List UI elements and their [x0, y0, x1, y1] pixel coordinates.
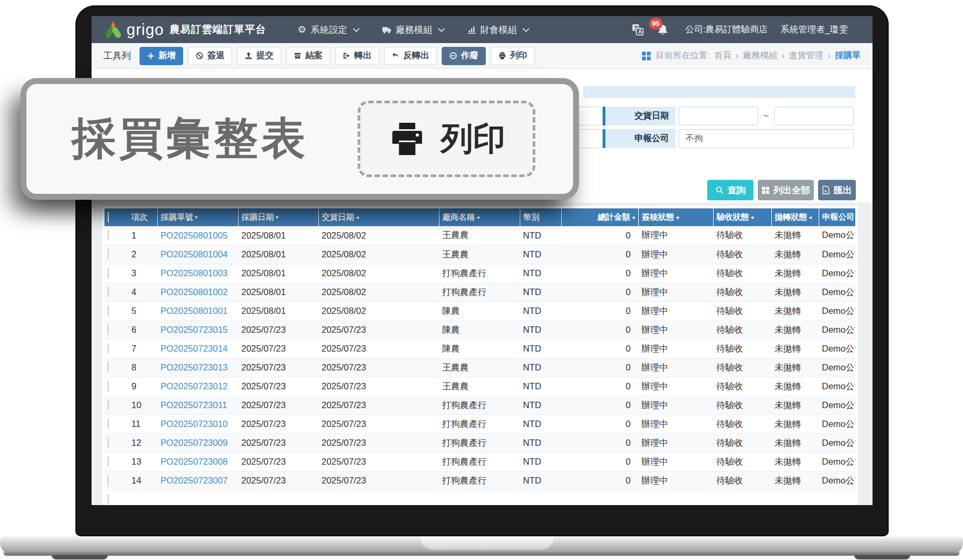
- laptop-foot: [52, 555, 108, 559]
- laptop-base-edge: [3, 552, 960, 556]
- row-checkbox[interactable]: [108, 249, 109, 260]
- row-checkbox[interactable]: [108, 324, 109, 335]
- purchase-date: 2025/08/01: [238, 283, 318, 302]
- list-all-button[interactable]: 列出全部: [758, 180, 814, 200]
- transfer-status: 未拋轉: [771, 264, 819, 283]
- chevron-down-icon: [438, 25, 445, 32]
- row-checkbox[interactable]: [108, 418, 109, 429]
- row-index: 9: [128, 377, 157, 396]
- po-number-link[interactable]: PO20250723014: [160, 344, 228, 353]
- po-number-link[interactable]: PO20250723015: [160, 325, 228, 334]
- total-amount: 0: [561, 415, 638, 433]
- column-header[interactable]: 交貨日期◂: [318, 208, 439, 226]
- po-number-link[interactable]: PO20250801005: [160, 230, 228, 240]
- row-checkbox[interactable]: [108, 475, 109, 486]
- breadcrumb-home[interactable]: 首頁: [714, 50, 731, 61]
- column-header[interactable]: 簽核狀態◂: [638, 208, 713, 226]
- table-row: 6 PO20250723015 2025/07/23 2025/07/23 陳農…: [104, 320, 855, 339]
- row-checkbox[interactable]: [108, 456, 109, 467]
- brand-logo[interactable]: grigo 農易訂雲端訂單平台: [103, 20, 267, 39]
- acceptance-status: 待驗收: [713, 339, 771, 358]
- po-number-link[interactable]: PO20250723010: [160, 419, 228, 429]
- reverse-transfer-button[interactable]: 反轉出: [384, 47, 437, 65]
- menu-finance-module[interactable]: 財會模組: [467, 24, 527, 36]
- row-checkbox[interactable]: [108, 230, 109, 241]
- delivery-date-to-input[interactable]: [774, 107, 854, 125]
- transfer-out-button[interactable]: 轉出: [335, 47, 379, 65]
- row-index: 6: [128, 320, 157, 339]
- row-checkbox[interactable]: [108, 494, 109, 505]
- po-number-link[interactable]: PO20250723012: [160, 381, 228, 391]
- vendor-name: 王農農: [439, 226, 520, 245]
- query-button[interactable]: 查詢: [707, 180, 753, 200]
- column-header[interactable]: 採購單號▾: [157, 208, 238, 226]
- void-button[interactable]: 作廢: [442, 47, 486, 65]
- acceptance-status: [713, 490, 771, 505]
- menu-factory-module[interactable]: 廠務模組: [382, 24, 443, 36]
- currency: NTD: [520, 264, 561, 283]
- po-number-link[interactable]: PO20250723008: [160, 457, 228, 466]
- notifications-bell[interactable]: 95: [657, 24, 669, 36]
- po-number-link[interactable]: PO20250723007: [160, 475, 228, 485]
- po-number-link[interactable]: PO20250723011: [160, 400, 227, 410]
- column-header[interactable]: 拋轉狀態◂: [771, 208, 819, 226]
- row-checkbox[interactable]: [108, 343, 109, 354]
- export-button[interactable]: x 匯出: [818, 180, 856, 200]
- column-header[interactable]: 廠商名稱◂: [439, 208, 520, 226]
- select-all-checkbox[interactable]: [108, 212, 109, 222]
- row-checkbox[interactable]: [108, 362, 109, 373]
- delivery-date: 2025/07/23: [318, 433, 439, 452]
- delivery-date-from-input[interactable]: [679, 107, 758, 125]
- total-amount: 0: [561, 264, 638, 283]
- po-number-link[interactable]: PO20250801003: [160, 268, 228, 278]
- report-company-input[interactable]: 不拘: [679, 129, 854, 148]
- row-checkbox[interactable]: [108, 437, 109, 448]
- po-number-link[interactable]: PO20250801001: [160, 306, 228, 316]
- print-callout-button[interactable]: 列印: [358, 101, 535, 177]
- row-checkbox[interactable]: [108, 268, 109, 278]
- svg-text:A: A: [638, 29, 643, 34]
- total-amount: 0: [561, 433, 638, 452]
- select-all-header[interactable]: [104, 208, 128, 226]
- row-checkbox[interactable]: [108, 400, 109, 410]
- row-checkbox[interactable]: [108, 286, 109, 297]
- po-number-link[interactable]: PO20250801002: [160, 287, 228, 297]
- vendor-name: 陳農: [439, 302, 520, 320]
- row-checkbox-cell: [104, 302, 128, 320]
- sign-return-button[interactable]: 簽退: [188, 47, 232, 65]
- column-header[interactable]: 總計金額◂: [561, 208, 638, 226]
- menu-system-settings[interactable]: ⚙ 系統設定: [298, 24, 358, 36]
- row-checkbox-cell: [104, 433, 128, 452]
- column-header[interactable]: 驗收狀態◂: [713, 208, 771, 226]
- po-number-link[interactable]: PO20250723009: [160, 438, 228, 447]
- table-row: 8 PO20250723013 2025/07/23 2025/07/23 王農…: [104, 358, 855, 377]
- close-case-button[interactable]: 結案: [286, 47, 330, 65]
- breadcrumb-factory-module[interactable]: 廠務模組: [743, 50, 777, 61]
- column-header[interactable]: 幣別: [520, 208, 561, 226]
- purchase-date: 2025/07/23: [238, 320, 318, 339]
- total-amount: 0: [561, 245, 638, 264]
- vendor-name: 打狗農產行: [439, 264, 520, 283]
- row-checkbox[interactable]: [108, 305, 109, 316]
- user-name[interactable]: 系統管理者_瓊雯: [780, 24, 848, 36]
- submit-button[interactable]: 提交: [237, 47, 281, 65]
- column-header[interactable]: 採購日期▾: [238, 208, 318, 226]
- translate-icon[interactable]: 文 A: [632, 24, 644, 36]
- breadcrumb-incoming-mgmt[interactable]: 進貨管理: [789, 50, 824, 61]
- vendor-name: 陳農: [439, 339, 520, 358]
- print-button[interactable]: 列印: [491, 47, 535, 65]
- chevron-down-icon: [522, 25, 529, 32]
- row-checkbox[interactable]: [108, 381, 109, 391]
- report-company: Demo公司: [819, 339, 855, 358]
- delivery-date: 2025/07/23: [318, 339, 439, 358]
- add-button[interactable]: 新增: [139, 47, 183, 65]
- currency: NTD: [520, 433, 561, 452]
- po-number-link[interactable]: PO20250801004: [160, 249, 228, 259]
- transfer-status: 未拋轉: [771, 245, 819, 264]
- approval-status: [638, 490, 713, 505]
- column-header[interactable]: 申報公司: [819, 208, 855, 226]
- total-amount: 0: [561, 226, 638, 245]
- column-header[interactable]: 項次: [128, 208, 157, 226]
- currency: NTD: [520, 452, 561, 471]
- po-number-link[interactable]: PO20250723013: [160, 362, 228, 372]
